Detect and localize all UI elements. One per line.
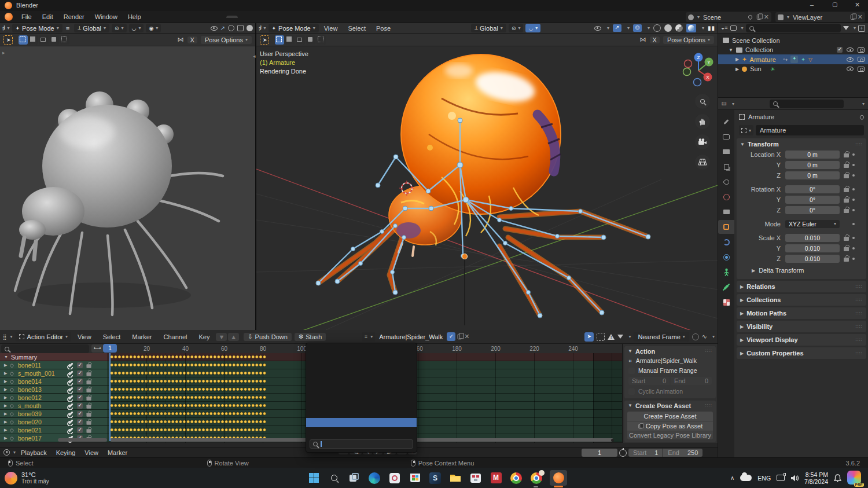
end-field[interactable]: End0 — [671, 377, 712, 385]
collapsed-panel[interactable]: ▶ Custom Properties ∷∷ — [737, 347, 866, 359]
move-up-button[interactable]: ▲ — [228, 333, 239, 341]
visibility-icon[interactable] — [594, 26, 601, 31]
animate-dot[interactable] — [852, 209, 855, 211]
channel-enable-checkbox[interactable] — [77, 387, 83, 392]
outliner-search[interactable] — [746, 24, 841, 32]
modifier-wrench-icon[interactable] — [68, 387, 73, 391]
filter-icon[interactable] — [617, 335, 623, 339]
channel-enable-checkbox[interactable] — [77, 403, 83, 409]
value-field[interactable]: 0.010 — [785, 234, 840, 242]
proportional-edit-dropdown[interactable]: ◉▾ — [146, 24, 161, 32]
gizmo-icon[interactable]: ↗ — [220, 25, 225, 31]
warning-icon[interactable]: ! — [608, 334, 615, 340]
menu-item[interactable]: File — [16, 13, 37, 20]
delta-transform-subpanel[interactable]: ▶ Delta Transform — [737, 265, 866, 276]
action-menu-item[interactable] — [306, 409, 417, 419]
minimize-button[interactable]: – — [810, 1, 814, 8]
select-difference-icon[interactable] — [50, 35, 59, 45]
workspace-tab[interactable] — [192, 16, 203, 18]
workspace-tab[interactable] — [180, 16, 192, 18]
collection-checkbox[interactable] — [837, 47, 843, 53]
channel-lock-icon[interactable] — [86, 372, 91, 376]
menu-item[interactable]: Help — [123, 13, 146, 20]
overlays-toggle-icon[interactable]: ◎ — [633, 24, 642, 32]
pin-icon[interactable] — [9, 379, 14, 384]
expand-icon[interactable] — [4, 428, 10, 432]
menu-item[interactable]: Window — [90, 13, 123, 20]
editor-type-icon[interactable]: 🮲 — [2, 25, 5, 31]
box-select-icon[interactable] — [597, 333, 605, 341]
collapsed-panel[interactable]: ▶ Collections ∷∷ — [737, 294, 866, 306]
dopesheet-menu-item[interactable]: Key — [193, 333, 215, 340]
move-down-button[interactable]: ▼ — [216, 333, 227, 341]
timeline-menu-item[interactable]: View — [80, 449, 102, 456]
keyframes-strip[interactable] — [110, 419, 266, 425]
create-pose-asset-button[interactable]: Create Pose Asset — [627, 412, 713, 421]
outliner-row-scene-collection[interactable]: Scene Collection — [718, 35, 868, 45]
cyclic-animation-row[interactable]: Cyclic Animation — [624, 386, 716, 398]
unlink-action-icon[interactable]: ✕ — [464, 333, 469, 340]
channel-enable-checkbox[interactable] — [77, 370, 83, 376]
tab-render[interactable] — [719, 130, 734, 144]
tab-scene[interactable] — [719, 175, 734, 189]
expand-collapse-icon[interactable]: ⟷ — [91, 344, 104, 353]
animate-dot[interactable] — [852, 153, 855, 156]
modifier-wrench-icon[interactable] — [68, 411, 73, 416]
keyframes-strip[interactable] — [110, 427, 266, 433]
keyframes-strip[interactable] — [110, 402, 266, 409]
channel-lock-icon[interactable] — [86, 380, 91, 384]
expand-icon[interactable] — [4, 412, 10, 416]
shading-solid-icon[interactable] — [664, 24, 672, 32]
tab-world[interactable] — [719, 190, 734, 204]
expand-icon[interactable]: ▼ — [729, 47, 733, 53]
store-icon[interactable] — [408, 471, 422, 485]
task-view-icon[interactable] — [347, 471, 361, 485]
mirror-x-toggle[interactable]: X — [187, 36, 197, 43]
lock-icon[interactable] — [844, 247, 849, 251]
workspace-tab[interactable] — [157, 16, 168, 18]
tab-physics[interactable] — [719, 250, 734, 264]
channel-enable-checkbox[interactable] — [77, 411, 83, 417]
render-visibility-icon[interactable] — [858, 57, 865, 62]
value-field[interactable]: 0 m — [785, 151, 840, 159]
lock-icon[interactable] — [844, 258, 849, 262]
pin-icon[interactable] — [9, 412, 14, 416]
expand-icon[interactable] — [4, 371, 10, 376]
lock-icon[interactable] — [844, 174, 849, 178]
workspace-tab[interactable] — [273, 16, 284, 18]
keyframes-strip[interactable] — [110, 354, 266, 360]
select-intersect-icon[interactable] — [317, 35, 326, 45]
outliner-display-mode-icon[interactable]: 🞃≡ — [721, 25, 728, 31]
tweak-tool-icon[interactable]: ➤ — [3, 35, 13, 45]
expand-icon[interactable] — [4, 387, 10, 392]
expand-icon[interactable] — [4, 403, 10, 408]
fake-user-shield-icon[interactable]: ✓ — [447, 332, 455, 341]
lock-icon[interactable] — [844, 237, 849, 241]
search-icon[interactable] — [327, 471, 341, 485]
action-menu-item[interactable] — [306, 346, 417, 355]
render-visibility-icon[interactable] — [858, 47, 865, 53]
mode-dropdown[interactable]: XYZ Euler▾ — [785, 220, 840, 228]
menu-item[interactable]: Render — [58, 13, 90, 20]
action-menu-item[interactable] — [306, 400, 417, 409]
object-name-field[interactable]: Armature — [756, 125, 864, 135]
start-field[interactable]: Start0 — [628, 377, 670, 385]
start-frame-field[interactable]: Start1 — [628, 449, 663, 457]
select-tool-icon[interactable]: ➤ — [584, 332, 594, 342]
viewport-left-render[interactable] — [0, 46, 255, 330]
viewport-menu-item[interactable]: View — [319, 25, 343, 32]
modifier-wrench-icon[interactable] — [68, 403, 73, 408]
properties-search[interactable] — [770, 100, 844, 108]
channel-search[interactable] — [1, 344, 89, 353]
keyframes-strip[interactable] — [110, 370, 266, 376]
gizmo-toggle-icon[interactable]: ↗ — [613, 24, 621, 32]
workspace-tab[interactable] — [203, 16, 215, 18]
channel-lock-icon[interactable] — [86, 413, 91, 416]
action-menu-item[interactable] — [306, 355, 417, 365]
filter-type-icon[interactable] — [730, 25, 737, 31]
timeline-menu-item[interactable]: Marker — [104, 449, 131, 456]
editor-mode-dropdown[interactable]: Action Editor▾ — [16, 332, 71, 342]
tray-expand-icon[interactable]: ∧ — [730, 475, 734, 481]
animate-dot[interactable] — [852, 174, 855, 177]
animate-dot[interactable] — [852, 164, 855, 166]
